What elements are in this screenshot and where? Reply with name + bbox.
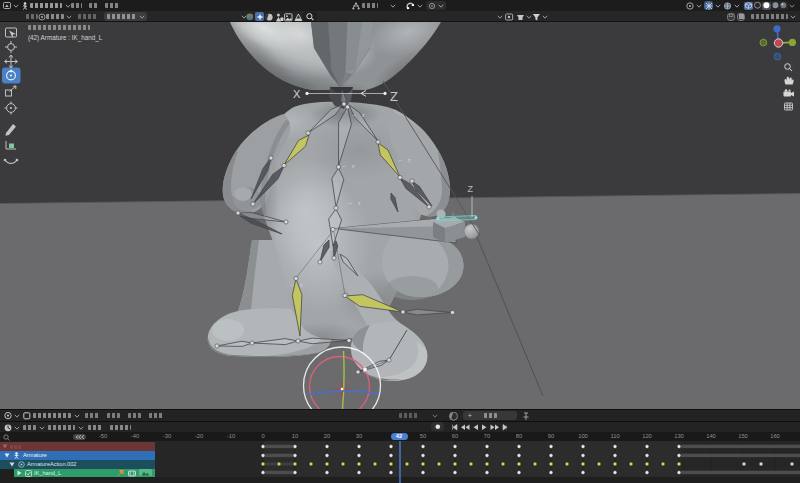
svg-text:Z: Z <box>468 184 474 194</box>
svg-text:X: X <box>293 88 301 100</box>
svg-text:Z: Z <box>390 89 398 104</box>
